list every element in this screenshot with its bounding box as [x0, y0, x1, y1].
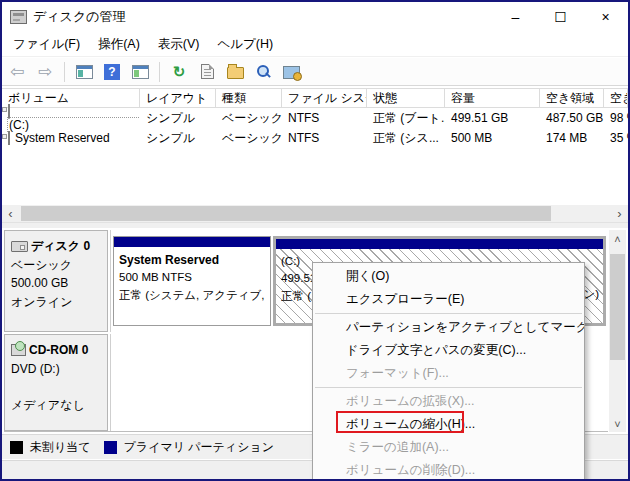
menu-item-explorer[interactable]: エクスプローラー(E) [313, 288, 584, 311]
volume-free-pct: 98 % [604, 111, 628, 125]
scroll-left-icon[interactable]: ‹ [2, 205, 19, 222]
menu-help[interactable]: ヘルプ(H) [208, 32, 282, 56]
partition-system-reserved[interactable]: System Reserved 500 MB NTFS 正常 (システム, アク… [113, 236, 271, 326]
volume-icon [8, 104, 10, 119]
back-icon: ⇦ [10, 63, 24, 80]
partition-context-menu: 開く(O) エクスプローラー(E) パーティションをアクティブとしてマーク(M)… [312, 262, 585, 481]
volume-row-c[interactable]: (C:) シンプル ベーシック NTFS 正常 (ブート... 499.51 G… [2, 108, 628, 128]
disk-icon [11, 241, 28, 252]
magnifier-icon [255, 64, 271, 80]
disk0-status: オンライン [11, 293, 101, 312]
volume-filesystem: NTFS [282, 131, 367, 145]
partition-name: System Reserved [119, 253, 219, 267]
menu-item-mark-active[interactable]: パーティションをアクティブとしてマーク(M) [313, 316, 584, 339]
cdrom-drive: DVD (D:) [11, 360, 101, 379]
disk0-type: ベーシック [11, 256, 101, 275]
scroll-up-icon[interactable]: ˄ [609, 230, 626, 247]
volume-layout: シンプル [140, 110, 216, 127]
column-header-filesystem[interactable]: ファイル システム [282, 88, 367, 108]
disk0-label[interactable]: ディスク 0 ベーシック 500.00 GB オンライン [4, 230, 108, 332]
column-header-free[interactable]: 空き領域 [540, 88, 604, 108]
menu-bar: ファイル(F) 操作(A) 表示(V) ヘルプ(H) [2, 32, 628, 57]
close-button[interactable]: × [583, 2, 628, 32]
partition-status: 正常 ( [281, 290, 311, 302]
horizontal-scrollbar[interactable]: ‹ › [2, 205, 628, 222]
back-button[interactable]: ⇦ [6, 61, 28, 83]
volume-status: 正常 (シス... [367, 130, 445, 147]
action-pane-icon [132, 65, 149, 79]
title-bar: ディスクの管理 – ☐ × [2, 2, 628, 32]
volume-free: 174 MB [540, 131, 604, 145]
properties-button[interactable] [196, 61, 218, 83]
forward-button[interactable]: ⇨ [34, 61, 56, 83]
menu-item-delete-volume: ボリュームの削除(D)... [313, 459, 584, 481]
refresh-button[interactable]: ↻ [168, 61, 190, 83]
forward-icon: ⇨ [38, 63, 52, 80]
column-header-layout[interactable]: レイアウト [140, 88, 216, 108]
scroll-right-icon[interactable]: › [611, 205, 628, 222]
column-header-free-pct[interactable]: 空き領域の割合 [604, 88, 628, 108]
menu-item-add-mirror: ミラーの追加(A)... [313, 436, 584, 459]
menu-item-open[interactable]: 開く(O) [313, 265, 584, 288]
toolbar-separator [64, 62, 65, 82]
app-icon [10, 10, 27, 24]
menu-action[interactable]: 操作(A) [89, 32, 149, 56]
vertical-scrollbar-thumb[interactable] [610, 254, 625, 360]
horizontal-scrollbar-thumb[interactable] [21, 206, 551, 221]
toolbar-separator [159, 62, 160, 82]
partition-status: 正常 (システム, アクティブ, プラ [119, 289, 268, 301]
menu-file[interactable]: ファイル(F) [4, 32, 89, 56]
maximize-button[interactable]: ☐ [538, 2, 583, 32]
disk-management-window: ディスクの管理 – ☐ × ファイル(F) 操作(A) 表示(V) ヘルプ(H)… [0, 0, 630, 481]
volume-free: 487.50 GB [540, 111, 604, 125]
computer-settings-icon [283, 66, 300, 79]
minimize-button[interactable]: – [493, 2, 538, 32]
volume-capacity: 499.51 GB [445, 111, 540, 125]
cdrom-status: メディアなし [11, 396, 101, 415]
view-button[interactable] [252, 61, 274, 83]
unallocated-label: 未割り当て [30, 439, 91, 456]
open-button[interactable] [224, 61, 246, 83]
manage-computer-button[interactable] [280, 61, 302, 83]
volume-table: ボリューム レイアウト 種類 ファイル システム 状態 容量 空き領域 空き領域… [2, 88, 628, 148]
volume-free-pct: 35 % [604, 131, 628, 145]
volume-capacity: 500 MB [445, 131, 540, 145]
show-action-pane-button[interactable] [129, 61, 151, 83]
volume-filesystem: NTFS [282, 111, 367, 125]
scroll-down-icon[interactable]: ˅ [609, 415, 626, 432]
volume-icon [8, 131, 10, 145]
column-header-type[interactable]: 種類 [216, 88, 282, 108]
volume-list-pane: ボリューム レイアウト 種類 ファイル システム 状態 容量 空き領域 空き領域… [2, 86, 628, 222]
menu-view[interactable]: 表示(V) [149, 32, 209, 56]
menu-separator [315, 313, 582, 314]
refresh-icon: ↻ [173, 64, 186, 79]
primary-partition-strip [276, 239, 603, 249]
disk0-name: ディスク 0 [31, 237, 90, 256]
unallocated-swatch [10, 441, 23, 454]
toolbar: ⇦ ⇨ ? ↻ [2, 58, 628, 86]
console-tree-icon [76, 65, 93, 79]
cdrom-icon [11, 344, 26, 356]
partition-size: 499.51 [281, 272, 316, 284]
help-icon: ? [104, 64, 120, 80]
partition-name: (C:) [281, 255, 300, 267]
properties-icon [201, 64, 214, 79]
menu-item-format: フォーマット(F)... [313, 362, 584, 385]
show-console-tree-button[interactable] [73, 61, 95, 83]
primary-partition-swatch [104, 441, 117, 454]
column-header-capacity[interactable]: 容量 [445, 88, 540, 108]
partition-size: 500 MB NTFS [119, 271, 192, 283]
menu-item-change-drive-letter[interactable]: ドライブ文字とパスの変更(C)... [313, 339, 584, 362]
vertical-scrollbar[interactable]: ˄ ˅ [609, 230, 626, 432]
menu-item-shrink-volume[interactable]: ボリュームの縮小(H)... [313, 413, 584, 436]
volume-layout: シンプル [140, 130, 216, 147]
volume-type: ベーシック [216, 130, 282, 147]
volume-type: ベーシック [216, 110, 282, 127]
partition-status-right-fragment: ン) [583, 287, 599, 302]
help-button[interactable]: ? [101, 61, 123, 83]
column-header-status[interactable]: 状態 [367, 88, 445, 108]
menu-item-extend-volume: ボリュームの拡張(X)... [313, 390, 584, 413]
cdrom-label[interactable]: CD-ROM 0 DVD (D:) メディアなし [4, 334, 108, 431]
cdrom-name: CD-ROM 0 [29, 341, 88, 360]
volume-row-system-reserved[interactable]: System Reserved シンプル ベーシック NTFS 正常 (シス..… [2, 128, 628, 148]
